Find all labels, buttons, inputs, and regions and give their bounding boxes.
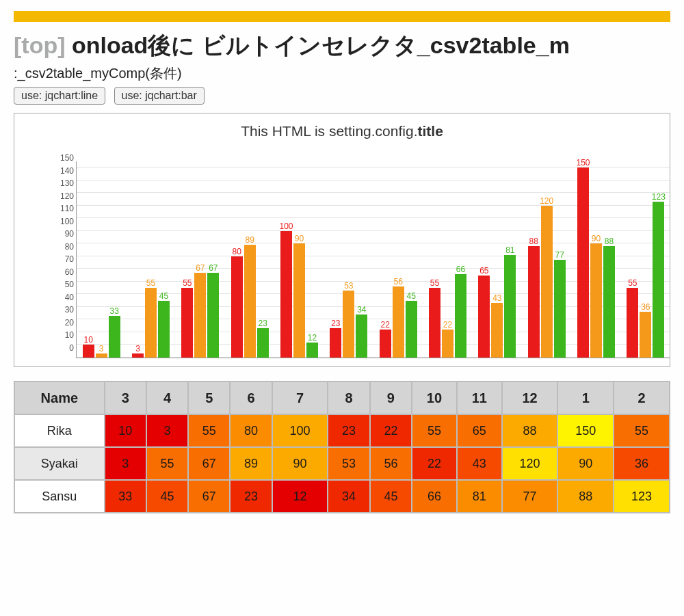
bar-label: 3 (99, 344, 104, 353)
bar-label: 80 (232, 247, 241, 256)
bar-Syakai-11: 43 (491, 303, 503, 358)
bar-Syakai-10: 22 (442, 330, 453, 358)
data-cell: 10 (105, 414, 146, 447)
data-cell: 67 (188, 480, 230, 513)
table-row: Rika1035580100232255658815055 (14, 414, 670, 447)
page-title: [top] onload後に ビルトインセレクタ_csv2table_m (14, 30, 670, 62)
bar-label: 23 (331, 319, 340, 328)
data-cell: 77 (502, 480, 558, 513)
top-accent-bar (14, 11, 670, 22)
use-bar-button[interactable]: use: jqchart:bar (114, 87, 205, 105)
data-cell: 22 (370, 414, 412, 447)
data-cell: 55 (614, 414, 670, 447)
table-header-cell: 5 (188, 381, 230, 414)
bar-label: 36 (641, 302, 650, 312)
data-cell: 3 (105, 447, 146, 480)
bar-label: 23 (258, 319, 267, 328)
bar-label: 100 (279, 222, 293, 231)
y-tick-label: 140 (60, 166, 77, 176)
bar-label: 123 (652, 192, 666, 202)
bar-Syakai-7: 90 (293, 243, 305, 358)
data-table: Name345678910111212 Rika1035580100232255… (14, 381, 670, 513)
table-header-cell: 1 (557, 381, 614, 414)
bar-Rika-8: 23 (330, 328, 341, 358)
y-tick-label: 70 (65, 254, 77, 264)
bar-label: 45 (406, 291, 415, 301)
bar-Sansu-12: 77 (554, 260, 566, 358)
bar-label: 81 (505, 245, 514, 255)
page-content: [top] onload後に ビルトインセレクタ_csv2table_m :_c… (0, 30, 684, 527)
data-cell: 45 (146, 480, 188, 513)
table-header-cell: 7 (272, 381, 328, 414)
data-cell: 12 (272, 480, 328, 513)
bar-label: 12 (308, 333, 317, 343)
data-cell: 90 (272, 447, 328, 480)
data-cell: 55 (188, 414, 230, 447)
table-body: Rika1035580100232255658815055Syakai35567… (14, 414, 670, 513)
y-tick-label: 130 (60, 178, 77, 188)
table-header-cell: 10 (412, 381, 457, 414)
bar-label: 88 (605, 237, 614, 246)
table-header-cell: 2 (614, 381, 670, 414)
y-tick-label: 60 (65, 267, 77, 277)
bar-Sansu-6: 23 (257, 328, 269, 358)
bar-Syakai-3: 3 (96, 353, 107, 358)
data-cell: 34 (328, 480, 369, 513)
data-cell: 45 (370, 480, 412, 513)
data-cell: 67 (188, 447, 230, 480)
bar-label: 53 (344, 281, 353, 291)
bar-Syakai-2: 36 (640, 312, 651, 358)
data-cell: 56 (370, 447, 412, 480)
bar-label: 67 (196, 263, 205, 273)
bar-Sansu-4: 45 (158, 301, 170, 358)
bar-label: 55 (430, 278, 439, 288)
bar-Sansu-3: 33 (109, 316, 120, 358)
chart-title-bold: title (417, 123, 443, 139)
bar-Sansu-10: 66 (455, 274, 466, 358)
data-cell: 90 (557, 447, 614, 480)
table-header-cell: 4 (146, 381, 188, 414)
data-cell: 80 (230, 414, 272, 447)
table-row: Sansu3345672312344566817788123 (14, 480, 670, 513)
data-cell: 65 (457, 414, 502, 447)
bar-label: 65 (479, 266, 488, 276)
y-tick-label: 120 (60, 191, 77, 201)
bar-Rika-9: 22 (380, 330, 391, 358)
table-header-cell: 12 (502, 381, 558, 414)
bar-label: 150 (576, 158, 590, 168)
y-tick-label: 10 (65, 330, 77, 340)
data-cell: 100 (272, 414, 328, 447)
bar-label: 90 (295, 234, 304, 243)
bar-label: 120 (540, 196, 553, 206)
use-line-button[interactable]: use: jqchart:line (14, 87, 105, 105)
bar-Rika-1: 150 (577, 168, 589, 358)
subtitle: :_csv2table_myComp(条件) (14, 64, 670, 83)
data-cell: 88 (502, 414, 558, 447)
page-title-text: onload後に ビルトインセレクタ_csv2table_m (66, 32, 570, 58)
row-name-cell: Sansu (14, 480, 105, 513)
y-tick-label: 110 (60, 204, 77, 213)
bar-label: 88 (529, 237, 538, 246)
table-header-cell: Name (14, 381, 105, 414)
table-header-row: Name345678910111212 (14, 381, 670, 414)
y-tick-label: 150 (60, 153, 77, 163)
bar-Syakai-6: 89 (244, 245, 256, 358)
data-cell: 55 (146, 447, 188, 480)
table-header-cell: 6 (230, 381, 272, 414)
bar-Rika-12: 88 (528, 246, 540, 358)
y-tick-label: 30 (65, 305, 77, 314)
top-link[interactable]: [top] (14, 32, 66, 58)
data-cell: 81 (457, 480, 502, 513)
table-row: Syakai355678990535622431209036 (14, 447, 670, 480)
y-tick-label: 100 (60, 217, 77, 226)
bar-Syakai-9: 56 (393, 286, 404, 358)
bar-Rika-7: 100 (280, 231, 292, 358)
chart-title-prefix: This HTML is setting.config. (241, 123, 417, 139)
bar-label: 43 (492, 293, 501, 303)
bar-label: 67 (209, 263, 218, 273)
data-cell: 23 (230, 480, 272, 513)
bar-label: 10 (83, 335, 92, 345)
bar-Sansu-8: 34 (356, 314, 367, 358)
data-cell: 89 (230, 447, 272, 480)
data-cell: 43 (457, 447, 502, 480)
